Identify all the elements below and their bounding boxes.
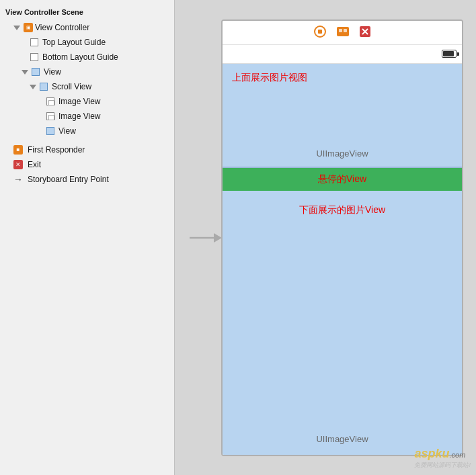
main-canvas: 上面展示图片视图 UIImageView 悬停的View 下面展示的图片View…	[175, 0, 476, 475]
bottom-image-section: 下面展示的图片View UIImageView	[223, 191, 462, 456]
imageview-icon-1	[46, 97, 54, 105]
hover-section-title: 悬停的View	[318, 173, 366, 185]
tree-item-view-controller[interactable]: ▣ View Controller	[0, 20, 174, 35]
watermark-brand: aspku	[414, 447, 449, 460]
view-expand-icon	[22, 70, 28, 75]
exit-icon: ✕	[13, 160, 23, 169]
scene-title-label: View Controller Scene	[5, 6, 83, 18]
toolbar-exit-icon	[359, 26, 371, 40]
svg-rect-6	[344, 29, 347, 32]
hover-section: 悬停的View	[223, 168, 462, 191]
scrollview-icon	[40, 83, 48, 91]
tree-item-scroll-view[interactable]: Scroll View	[0, 79, 174, 94]
expand-icon	[13, 26, 20, 30]
toolbar-cube-icon	[336, 26, 350, 40]
phone-status-bar	[223, 45, 462, 64]
tree-item-image-view-1[interactable]: Image View	[0, 94, 174, 109]
tree-label-view-controller: View Controller	[35, 21, 89, 34]
top-section-ui-label: UIImageView	[316, 148, 368, 159]
tree-item-bottom-layout-guide[interactable]: Bottom Layout Guide	[0, 50, 174, 64]
tree-label-view: View	[44, 66, 61, 78]
svg-rect-3	[318, 30, 322, 34]
tree-label-exit: Exit	[28, 159, 41, 171]
battery-icon	[442, 50, 457, 58]
vc-icon: ▣	[24, 23, 33, 32]
tree-label-storyboard-entry: Storyboard Entry Point	[28, 173, 109, 185]
entry-arrow-icon: →	[13, 173, 23, 185]
phone-body: 上面展示图片视图 UIImageView 悬停的View 下面展示的图片View…	[223, 64, 462, 456]
tree-label-scroll-view: Scroll View	[52, 81, 91, 93]
toolbar-circle-icon	[313, 25, 327, 40]
tree-label-inner-view: View	[58, 125, 76, 137]
bottom-section-ui-label: UIImageView	[316, 434, 368, 444]
top-image-section: 上面展示图片视图 UIImageView	[223, 64, 462, 168]
tree-item-top-layout-guide[interactable]: Top Layout Guide	[0, 35, 174, 50]
inner-view-icon	[46, 127, 54, 135]
phone-mockup: 上面展示图片视图 UIImageView 悬停的View 下面展示的图片View…	[221, 19, 463, 456]
svg-rect-5	[339, 29, 342, 32]
tree-item-view[interactable]: View	[0, 64, 174, 79]
tree-item-image-view-2[interactable]: Image View	[0, 109, 174, 124]
phone-top-toolbar	[223, 21, 462, 45]
watermark-subtitle: 免费网站源码下载站!	[414, 461, 471, 470]
tree-item-first-responder[interactable]: ■ First Responder	[0, 142, 174, 157]
center-arrow	[188, 228, 222, 248]
tree-label-image-view-2: Image View	[58, 110, 100, 122]
tree-item-storyboard-entry[interactable]: → Storyboard Entry Point	[0, 172, 174, 187]
view-icon	[32, 68, 40, 76]
watermark-tld: .com	[450, 451, 466, 459]
guide-icon	[30, 38, 38, 46]
scrollview-expand-icon	[30, 85, 36, 89]
tree-label-first-responder: First Responder	[28, 144, 85, 156]
scene-tree-panel: View Controller Scene ▣ View Controller …	[0, 0, 175, 475]
tree-label-top-layout-guide: Top Layout Guide	[42, 36, 106, 48]
tree-label-bottom-layout-guide: Bottom Layout Guide	[42, 51, 118, 63]
tree-label-image-view-1: Image View	[58, 95, 100, 107]
watermark: aspku.com 免费网站源码下载站!	[414, 447, 471, 470]
bottom-section-title: 下面展示的图片View	[299, 204, 385, 216]
scene-title: View Controller Scene	[0, 4, 174, 20]
first-responder-icon: ■	[13, 145, 23, 155]
svg-rect-4	[337, 27, 349, 36]
imageview-icon-2	[46, 112, 54, 120]
guide-icon-2	[30, 53, 38, 61]
top-section-title: 上面展示图片视图	[223, 72, 307, 84]
tree-item-inner-view[interactable]: View	[0, 124, 174, 138]
tree-item-exit[interactable]: ✕ Exit	[0, 157, 174, 172]
